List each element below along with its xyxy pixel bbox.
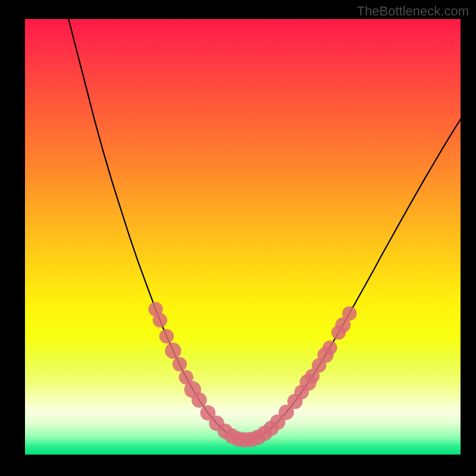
data-marker <box>192 393 207 408</box>
data-marker <box>165 343 181 359</box>
data-marker <box>322 340 337 355</box>
bottleneck-curve <box>68 19 461 440</box>
data-marker <box>153 313 167 327</box>
curve-path <box>68 19 461 440</box>
data-marker <box>173 357 187 371</box>
plot-area <box>25 19 461 455</box>
data-marker <box>342 306 356 321</box>
chart-svg <box>25 19 461 455</box>
data-markers <box>148 302 356 448</box>
data-marker <box>159 329 174 343</box>
watermark-text: TheBottleneck.com <box>357 4 469 19</box>
